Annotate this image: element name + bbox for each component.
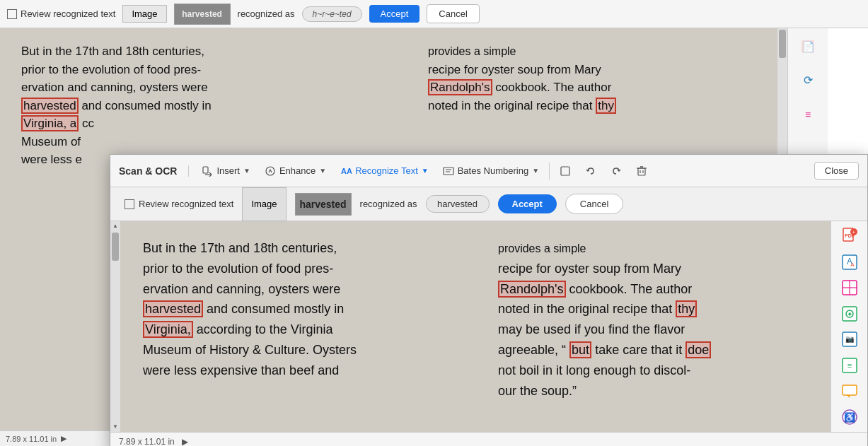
- arrow-bg[interactable]: ▶: [61, 434, 66, 443]
- modal-left-line2: prior to the evolution of food pres-: [143, 262, 333, 276]
- bg-line7: were less e: [21, 153, 82, 166]
- modal-left-line4-post: and consumed mostly in: [207, 302, 344, 316]
- review-checkbox-bg[interactable]: [7, 9, 17, 19]
- close-button[interactable]: Close: [814, 162, 859, 180]
- sidebar-translate-icon[interactable]: AA: [837, 253, 862, 272]
- bg-thy-highlight: thy: [596, 98, 616, 114]
- bg-line5-post: cc: [82, 117, 94, 130]
- modal-scrollbar[interactable]: ▲ ▼: [110, 221, 120, 432]
- modal-harvested-highlight: harvested: [143, 300, 203, 317]
- modal-right-line3: noted in the original recipe that: [498, 302, 672, 316]
- review-label-bg: Review recognized text: [21, 8, 115, 19]
- accept-button-fg[interactable]: Accept: [498, 194, 557, 213]
- review-checkbox-area-fg[interactable]: Review recognized text: [125, 199, 233, 209]
- recognized-as-fg: recognized as: [360, 199, 417, 209]
- modal-panel: Scan & OCR Insert ▼ Enhance ▼ AA Recogni…: [110, 154, 868, 446]
- sidebar-enhance-icon[interactable]: ✦: [837, 305, 862, 324]
- sidebar-accessibility-icon[interactable]: ♿: [837, 408, 862, 427]
- scrollbar-up[interactable]: ▲: [112, 223, 119, 230]
- accept-button-bg[interactable]: Accept: [369, 5, 420, 23]
- review-label-fg: Review recognized text: [139, 199, 233, 209]
- modal-but-highlight: but: [569, 341, 591, 358]
- modal-virginia-highlight: Virginia,: [143, 321, 193, 338]
- sidebar-comment-icon[interactable]: [837, 382, 862, 401]
- modal-right-line7: our the soup.”: [498, 384, 577, 398]
- modal-bottom-bar: 7.89 x 11.01 in ▶: [110, 432, 867, 446]
- enhance-label: Enhance: [279, 165, 316, 176]
- undo-button[interactable]: [578, 163, 603, 180]
- svg-rect-13: [561, 167, 569, 175]
- bg-line3: ervation and canning, oysters were: [21, 81, 208, 94]
- page-view-button[interactable]: [552, 163, 578, 180]
- bg-right-line3: noted in the original recipe that: [428, 99, 596, 112]
- bg-harvested-highlight: harvested: [21, 98, 79, 114]
- dimensions-bg: 7.89 x 11.01 in: [6, 435, 57, 443]
- modal-provides: provides a simple: [498, 242, 586, 254]
- insert-button[interactable]: Insert ▼: [195, 163, 257, 180]
- review-checkbox-area-bg[interactable]: Review recognized text: [7, 8, 115, 19]
- cancel-button-fg[interactable]: Cancel: [565, 194, 623, 214]
- modal-left-line6: Museum of History & Culture. Oysters: [143, 343, 357, 357]
- token-bubble-fg[interactable]: harvested: [426, 195, 490, 213]
- recognize-chevron: ▼: [422, 167, 429, 175]
- bg-line1: But in the 17th and 18th centuries,: [21, 45, 204, 58]
- sidebar-icon-2-bg[interactable]: ⟳: [795, 68, 821, 93]
- scrollbar-down[interactable]: ▼: [112, 423, 119, 430]
- bates-chevron: ▼: [532, 167, 539, 175]
- modal-pdf-right: provides a simple recipe for oyster soup…: [481, 221, 831, 432]
- sidebar-icon-1-bg[interactable]: 📄: [795, 34, 821, 59]
- image-tab-fg[interactable]: Image: [242, 187, 286, 221]
- sidebar-pdf-icon[interactable]: PDF+: [837, 227, 862, 246]
- bates-numbering-label: Bates Numbering: [458, 165, 528, 176]
- recognize-text-button[interactable]: AA Recognize Text ▼: [333, 163, 436, 180]
- modal-right-line1: recipe for oyster soup from Mary: [498, 262, 681, 276]
- modal-dimensions: 7.89 x 11.01 in: [119, 437, 175, 447]
- modal-right-line6: not boil in it long enough to discol-: [498, 363, 690, 377]
- cancel-button-bg[interactable]: Cancel: [427, 4, 479, 23]
- bg-right-line1: recipe for oyster soup from Mary: [428, 63, 601, 76]
- modal-left-line5-post: according to the Virginia: [197, 322, 333, 336]
- sidebar-layout-icon[interactable]: [837, 278, 862, 298]
- svg-text:≡: ≡: [805, 109, 811, 120]
- bg-line4-post: and consumed mostly in: [81, 99, 211, 112]
- svg-text:≡: ≡: [847, 361, 851, 370]
- enhance-button[interactable]: Enhance ▼: [257, 163, 333, 180]
- insert-label: Insert: [216, 165, 240, 176]
- modal-arrow[interactable]: ▶: [182, 437, 188, 447]
- image-preview-text: harvested: [299, 199, 346, 210]
- token-bubble-bg: h~r~e~ted: [302, 6, 362, 22]
- svg-text:📄: 📄: [802, 41, 815, 53]
- image-preview-bg: harvested: [174, 4, 231, 25]
- svg-rect-36: [843, 385, 857, 395]
- sidebar-green-icon[interactable]: ≡: [837, 356, 862, 375]
- delete-button[interactable]: [629, 163, 654, 180]
- sidebar-icon-3-bg[interactable]: ≡: [795, 102, 821, 127]
- scan-ocr-toolbar: Scan & OCR Insert ▼ Enhance ▼ AA Recogni…: [110, 155, 867, 187]
- toolbar-sep-1: [549, 163, 550, 180]
- modal-left-line7: were less expensive than beef and: [143, 363, 339, 377]
- enhance-chevron: ▼: [319, 167, 326, 175]
- bg-randolphs-highlight: Randolph's: [428, 79, 492, 95]
- image-preview-fg: harvested: [295, 193, 352, 216]
- modal-randolphs-highlight: Randolph's: [498, 281, 566, 298]
- ocr-recognition-bar: Review recognized text Image harvested r…: [110, 187, 867, 221]
- image-tab-bg[interactable]: Image: [122, 5, 166, 23]
- bg-virginia-highlight: Virginia, a: [21, 115, 79, 131]
- bates-numbering-button[interactable]: Bates Numbering ▼: [436, 163, 546, 180]
- modal-right-line5-pre: agreeable, “: [498, 343, 566, 357]
- recognized-as-bg: recognized as: [238, 8, 295, 19]
- sidebar-ocr-icon[interactable]: 📷: [837, 330, 862, 349]
- modal-pdf-left: But in the 17th and 18th centuries, prio…: [120, 221, 481, 432]
- svg-rect-4: [203, 167, 208, 173]
- modal-doe-highlight: doe: [685, 341, 711, 358]
- svg-text:A: A: [850, 262, 855, 268]
- bg-provides: provides a simple: [428, 45, 516, 57]
- svg-point-8: [266, 167, 274, 175]
- svg-text:✦: ✦: [847, 310, 852, 318]
- redo-button[interactable]: [603, 163, 629, 180]
- review-checkbox-fg[interactable]: [125, 199, 134, 209]
- recognize-text-label: Recognize Text: [355, 165, 418, 176]
- bg-line6: Museum of: [21, 135, 81, 148]
- svg-text:♿: ♿: [844, 411, 856, 423]
- scrollbar-thumb-bg: [779, 30, 786, 58]
